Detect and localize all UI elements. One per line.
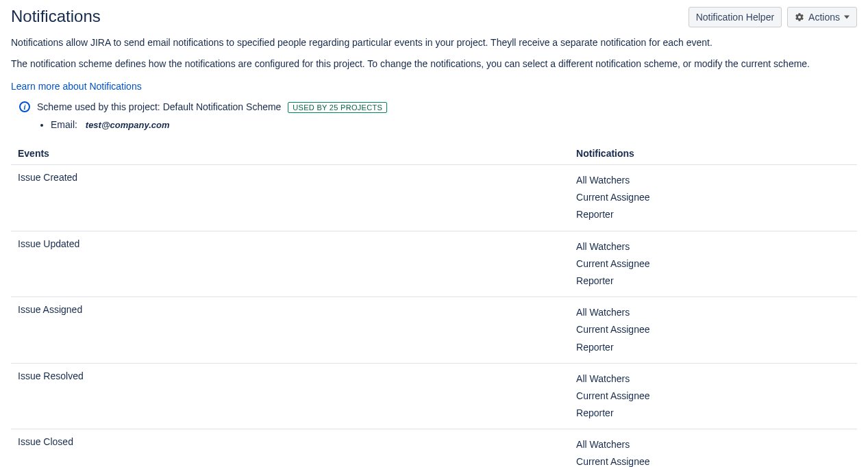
recipient-item: Current Assignee	[576, 255, 850, 273]
gear-icon	[795, 12, 804, 22]
learn-more-link[interactable]: Learn more about Notifications	[11, 81, 142, 92]
table-row: Issue ClosedAll WatchersCurrent Assignee…	[11, 429, 857, 467]
email-row: Email: test@company.com	[11, 119, 857, 130]
actions-label: Actions	[808, 12, 840, 23]
intro-paragraph-2: The notification scheme defines how the …	[11, 57, 857, 71]
table-row: Issue CreatedAll WatchersCurrent Assigne…	[11, 165, 857, 231]
scheme-label: Scheme used by this project:	[37, 101, 160, 112]
recipient-item: All Watchers	[576, 304, 850, 321]
recipient-item: All Watchers	[576, 370, 850, 388]
chevron-down-icon	[844, 14, 850, 20]
recipient-item: Current Assignee	[576, 388, 850, 405]
table-row: Issue AssignedAll WatchersCurrent Assign…	[11, 297, 857, 364]
recipients-cell: All WatchersCurrent AssigneeReporter	[569, 165, 857, 231]
recipient-item: Reporter	[576, 405, 850, 422]
page-title: Notifications	[11, 7, 101, 26]
scheme-text: Scheme used by this project: Default Not…	[37, 101, 387, 112]
notification-helper-button[interactable]: Notification Helper	[689, 7, 782, 27]
table-row: Issue UpdatedAll WatchersCurrent Assigne…	[11, 231, 857, 297]
recipients-cell: All WatchersCurrent AssigneeReporter	[569, 429, 857, 467]
header-actions: Notification Helper Actions	[689, 7, 857, 27]
recipient-item: Reporter	[576, 206, 850, 223]
col-header-events: Events	[11, 142, 569, 165]
table-row: Issue ResolvedAll WatchersCurrent Assign…	[11, 363, 857, 429]
event-cell: Issue Created	[11, 165, 569, 231]
recipient-item: All Watchers	[576, 172, 850, 189]
recipient-item: Current Assignee	[576, 321, 850, 338]
recipient-item: Current Assignee	[576, 189, 850, 206]
event-cell: Issue Assigned	[11, 297, 569, 364]
recipient-item: Current Assignee	[576, 453, 850, 467]
event-cell: Issue Updated	[11, 231, 569, 297]
scheme-info-row: i Scheme used by this project: Default N…	[11, 101, 857, 112]
recipients-cell: All WatchersCurrent AssigneeReporter	[569, 363, 857, 429]
intro-block: Notifications allow JIRA to send email n…	[11, 36, 857, 101]
recipient-item: All Watchers	[576, 238, 850, 255]
usage-badge: USED BY 25 PROJECTS	[288, 102, 387, 113]
email-value: test@company.com	[86, 120, 170, 130]
recipients-cell: All WatchersCurrent AssigneeReporter	[569, 231, 857, 297]
email-label: Email:	[51, 119, 77, 130]
event-cell: Issue Resolved	[11, 363, 569, 429]
scheme-name: Default Notification Scheme	[163, 101, 282, 112]
info-icon: i	[19, 101, 30, 112]
notification-helper-label: Notification Helper	[696, 12, 774, 23]
intro-paragraph-1: Notifications allow JIRA to send email n…	[11, 36, 857, 50]
recipient-item: Reporter	[576, 339, 850, 356]
recipients-cell: All WatchersCurrent AssigneeReporter	[569, 297, 857, 364]
page-header: Notifications Notification Helper Action…	[11, 7, 857, 27]
actions-button[interactable]: Actions	[787, 7, 857, 27]
notifications-table: Events Notifications Issue CreatedAll Wa…	[11, 142, 857, 467]
recipient-item: Reporter	[576, 273, 850, 290]
col-header-notifications: Notifications	[569, 142, 857, 165]
event-cell: Issue Closed	[11, 429, 569, 467]
recipient-item: All Watchers	[576, 436, 850, 453]
